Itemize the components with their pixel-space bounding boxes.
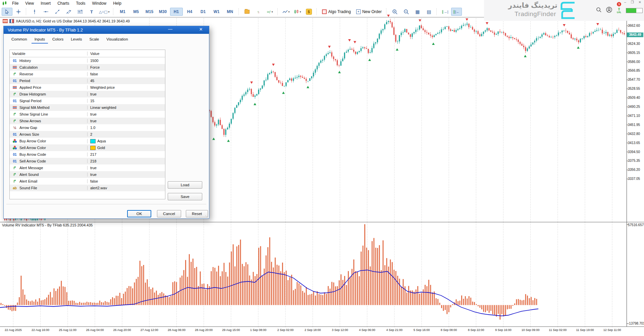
param-value-cell[interactable]: 218 — [87, 159, 165, 163]
param-value-cell[interactable]: 45 — [87, 79, 165, 83]
param-name: Alert Email — [19, 179, 37, 183]
param-value-cell[interactable]: Gold — [87, 146, 165, 150]
param-value-cell[interactable]: false — [87, 179, 165, 183]
param-name: Signal Period — [19, 99, 41, 103]
reset-button[interactable]: Reset — [186, 210, 208, 217]
param-value-cell[interactable]: true — [87, 92, 165, 96]
param-row[interactable]: 01Period45 — [10, 77, 165, 84]
window-close-icon[interactable]: ✕ — [639, 0, 641, 4]
save-button[interactable]: Save — [168, 193, 202, 200]
param-value-cell[interactable]: Force — [87, 65, 165, 69]
load-button[interactable]: Load — [168, 181, 202, 189]
param-row[interactable]: ↱Alert Soundtrue — [10, 171, 165, 178]
close-icon[interactable]: ✕ — [198, 27, 204, 32]
param-name: Draw Histogram — [19, 92, 46, 96]
param-row[interactable]: 01Signal Period15 — [10, 97, 165, 104]
param-value-cell[interactable]: false — [87, 72, 165, 76]
window-minimize-icon[interactable]: – — [624, 0, 626, 4]
param-name-cell: ↱Alert Message — [10, 165, 87, 170]
param-row[interactable]: Sell Arrow ColorGold — [10, 144, 165, 151]
time-axis-label: 25 Aug 11:00 — [54, 328, 81, 332]
param-row[interactable]: ↱Reversefalse — [10, 71, 165, 77]
tab-levels[interactable]: Levels — [68, 36, 85, 44]
price-axis-label: 3471.10 — [628, 114, 643, 118]
param-type-icon — [13, 106, 17, 109]
param-row[interactable]: 01Buy Arrow Code217 — [10, 151, 165, 158]
param-value: Force — [90, 65, 100, 69]
time-axis-label: 4 Sep 06:00 — [354, 328, 381, 332]
cancel-button[interactable]: Cancel — [157, 210, 181, 217]
time-axis[interactable]: 22 Aug 202522 Aug 16:0025 Aug 11:0026 Au… — [0, 327, 644, 336]
param-value-cell[interactable]: true — [87, 112, 165, 116]
param-row[interactable]: ↱Alert Emailfalse — [10, 178, 165, 185]
param-row[interactable]: abSound Filealert2.wav — [10, 185, 165, 191]
time-axis-label: 22 Aug 16:00 — [27, 328, 54, 332]
tab-colors[interactable]: Colors — [49, 36, 66, 44]
param-value: Gold — [97, 146, 105, 150]
param-value-cell[interactable]: alert2.wav — [87, 186, 165, 190]
param-value-cell[interactable]: 15 — [87, 99, 165, 103]
param-value-cell[interactable]: Linear weighted — [87, 106, 165, 110]
param-row[interactable]: ½Arrow Gap1.0 — [10, 124, 165, 131]
param-value-cell[interactable]: Aqua — [87, 139, 165, 143]
param-type-icon: ↱ — [12, 112, 17, 117]
param-row[interactable]: 01History1500 — [10, 57, 165, 64]
param-row[interactable]: 01Arrows Size2 — [10, 131, 165, 138]
param-name-cell: 01Buy Arrow Code — [10, 152, 87, 156]
price-axis-label: 3547.70 — [628, 78, 643, 82]
ok-button[interactable]: OK — [127, 210, 151, 217]
param-value-cell[interactable]: true — [87, 119, 165, 123]
tab-scale[interactable]: Scale — [86, 36, 102, 44]
chart-list-icon[interactable] — [3, 19, 8, 23]
param-type-icon — [13, 146, 17, 150]
param-row[interactable]: ↱Draw Histogramtrue — [10, 91, 165, 97]
tab-common[interactable]: Common — [8, 36, 30, 44]
dialog-titlebar[interactable]: Volume RV Indicator MT5 - By TFlab 1.2 —… — [4, 26, 209, 34]
param-name: Show Arrows — [19, 119, 41, 123]
param-name-cell: ↱Alert Email — [10, 179, 87, 184]
price-axis-label: 3432.80 — [628, 132, 643, 136]
param-row[interactable]: Signal MA MethodLinear weighted — [10, 104, 165, 111]
param-row[interactable]: CalculationForce — [10, 64, 165, 71]
param-row[interactable]: ↱Show Arrowstrue — [10, 118, 165, 124]
param-name-cell: Calculation — [10, 65, 87, 69]
connection-progress-bar — [626, 8, 643, 13]
param-value-cell[interactable]: 217 — [87, 152, 165, 156]
parameters-table: VariableValue01History1500CalculationFor… — [9, 50, 165, 199]
price-axis-label: 3662.60 — [628, 24, 643, 28]
param-value-cell[interactable]: 1500 — [87, 59, 165, 63]
param-value: 45 — [90, 79, 94, 83]
param-value: Linear weighted — [90, 106, 116, 110]
param-row[interactable]: ↱Alert Messagetrue — [10, 164, 165, 171]
param-name-cell: 01History — [10, 59, 87, 63]
param-value-cell[interactable]: true — [87, 173, 165, 177]
param-value: true — [90, 92, 97, 96]
search-icon[interactable] — [596, 7, 601, 14]
window-restore-icon[interactable]: ❐ — [631, 0, 634, 4]
param-value: true — [90, 112, 97, 116]
param-row[interactable]: ↱Show Signal Linetrue — [10, 111, 165, 118]
param-row[interactable]: Buy Arrow ColorAqua — [10, 138, 165, 144]
price-axis-label: 3394.50 — [628, 150, 643, 154]
tab-visualization[interactable]: Visualization — [103, 36, 131, 44]
param-row[interactable]: 01Sell Arrow Code218 — [10, 158, 165, 164]
time-axis-label: 11 Sep 02:00 — [544, 328, 571, 332]
param-value-cell[interactable]: true — [87, 166, 165, 170]
param-value-cell[interactable]: Weighted price — [87, 85, 165, 89]
param-name: Sell Arrow Code — [19, 159, 46, 163]
param-value-cell[interactable]: 2 — [87, 132, 165, 136]
param-name: History — [19, 59, 31, 63]
tab-inputs[interactable]: Inputs — [32, 36, 48, 44]
param-name-cell: 01Arrows Size — [10, 132, 87, 136]
param-value-cell[interactable]: 1.0 — [87, 126, 165, 130]
minimize-icon[interactable]: — — [168, 26, 172, 31]
resize-grip[interactable]: ⋱ — [205, 215, 208, 218]
chart-mini-icon[interactable] — [9, 19, 14, 23]
level-indicator[interactable]: ⇧LVL — [617, 7, 621, 13]
param-row[interactable]: Applied PriceWeighted price — [10, 84, 165, 91]
param-type-icon: 01 — [12, 79, 17, 83]
param-type-icon: ↱ — [12, 172, 17, 177]
account-icon[interactable]: 1 — [606, 7, 612, 14]
param-type-icon: 01 — [12, 59, 17, 63]
param-type-icon: ½ — [12, 126, 17, 130]
